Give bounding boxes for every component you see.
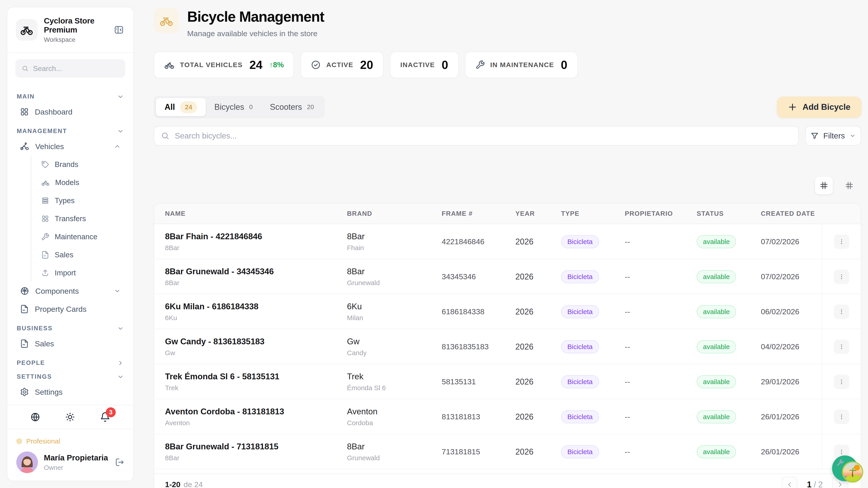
add-bicycle-button[interactable]: Add Bicycle	[777, 97, 861, 118]
vehicles-table: NAME BRAND FRAME # YEAR TYPE PROPIETARIO…	[154, 203, 861, 488]
sidebar-item-types[interactable]: Types	[41, 192, 125, 210]
vehicle-brand: Trek	[347, 372, 431, 381]
sidebar-item-maintenance[interactable]: Maintenance	[41, 228, 125, 246]
nav-section-business[interactable]: BUSINESS	[17, 325, 124, 332]
chevron-down-icon	[114, 288, 121, 294]
sidebar-item-settings[interactable]: Settings	[16, 383, 125, 401]
stat-inactive: INACTIVE 0	[390, 52, 459, 78]
sidebar-item-components[interactable]: Components	[16, 282, 125, 300]
vehicle-name: Aventon Cordoba - 813181813	[165, 407, 336, 416]
table-row[interactable]: 8Bar Fhain - 4221846846 8Bar8Bar Fhain42…	[154, 224, 861, 259]
pagination-range: 1-20	[165, 480, 180, 488]
notifications-button[interactable]: 3	[100, 412, 110, 422]
dense-view-toggle[interactable]	[840, 177, 858, 194]
bicycle-search-input[interactable]	[175, 131, 792, 140]
chevron-down-icon	[117, 373, 124, 380]
vehicle-name-sub: 8Bar	[165, 244, 336, 252]
workspace-logo	[16, 19, 37, 41]
stat-value: 0	[561, 58, 567, 72]
vehicle-frame: 34345346	[442, 272, 476, 281]
workspace-header[interactable]: Cyclora Store Premium Workspace	[7, 7, 133, 53]
vehicle-owner: --	[625, 237, 630, 246]
table-row[interactable]: Trek Émonda Sl 6 - 58135131 TrekTrek Émo…	[154, 364, 861, 399]
prev-page-button[interactable]	[782, 477, 798, 488]
table-footer: 1-20 de 24 1 / 2	[154, 474, 861, 488]
avatar	[16, 451, 38, 473]
sidebar-search[interactable]	[16, 59, 125, 78]
sidebar-item-property-cards[interactable]: Property Cards	[16, 300, 125, 318]
vehicle-frame: 58135131	[442, 377, 476, 386]
vehicle-name-sub: 6Ku	[165, 314, 336, 322]
nav-section-main[interactable]: MAIN	[17, 93, 124, 100]
created-date: 26/01/2026	[761, 447, 799, 456]
language-button[interactable]	[30, 412, 40, 422]
column-header: PROPIETARIO	[614, 210, 686, 217]
table-row[interactable]: Aventon Cordoba - 813181813 AventonAvent…	[154, 399, 861, 434]
sidebar-collapse-button[interactable]	[113, 24, 125, 36]
search-row: Filters	[154, 126, 861, 145]
nav-section-management[interactable]: MANAGEMENT	[17, 128, 124, 135]
wrench-icon	[41, 233, 49, 241]
tag-icon	[41, 160, 49, 168]
table-row[interactable]: Gw Candy - 81361835183 GwGw Candy8136183…	[154, 329, 861, 364]
sidebar-item-import[interactable]: Import	[41, 264, 125, 282]
chevron-right-icon	[836, 481, 844, 488]
logout-button[interactable]	[115, 457, 124, 467]
vehicle-owner: --	[625, 307, 630, 316]
row-actions-button[interactable]	[834, 410, 849, 424]
filters-button[interactable]: Filters	[805, 126, 861, 145]
sidebar-item-business-sales[interactable]: Sales	[16, 335, 125, 353]
row-actions-button[interactable]	[834, 339, 849, 354]
sidebar-item-vehicles[interactable]: Vehicles	[16, 137, 125, 156]
vehicle-name-sub: 8Bar	[165, 279, 336, 287]
table-row[interactable]: 8Bar Grunewald - 713181815 8Bar8Bar Grun…	[154, 434, 861, 469]
sidebar-item-sales[interactable]: Sales	[41, 246, 125, 264]
tab-scooters[interactable]: Scooters 20	[261, 98, 322, 116]
tab-all[interactable]: All 24	[156, 98, 206, 116]
user-row[interactable]: María Propietaria Owner	[16, 451, 124, 473]
vehicle-model: Cordoba	[347, 419, 431, 427]
sidebar-search-input[interactable]	[33, 64, 119, 73]
grid-icon	[845, 181, 854, 190]
status-badge: available	[697, 375, 736, 388]
row-actions-button[interactable]	[834, 375, 849, 389]
table-row[interactable]: 8Bar Grunewald - 34345346 8Bar8Bar Grune…	[154, 259, 861, 294]
vehicle-owner: --	[625, 377, 630, 386]
column-header: TYPE	[550, 210, 614, 217]
row-actions-button[interactable]	[834, 269, 849, 284]
plan-badge: Profesional	[16, 437, 124, 445]
tab-bicycles[interactable]: Bicycles 0	[206, 98, 261, 116]
vehicle-year: 2026	[515, 447, 533, 456]
column-header: CREATED DATE	[750, 210, 822, 217]
logout-icon	[115, 457, 124, 467]
nav-section-people[interactable]: PEOPLE	[17, 359, 124, 366]
vehicle-frame: 81361835183	[442, 342, 489, 351]
palm-tree-icon	[847, 466, 858, 478]
vehicle-brand: 8Bar	[347, 442, 431, 451]
table-row[interactable]: 6Ku Milan - 6186184338 6Ku6Ku Milan61861…	[154, 294, 861, 329]
type-badge: Bicicleta	[561, 340, 599, 353]
dots-vertical-icon	[838, 308, 845, 315]
row-actions-button[interactable]	[834, 304, 849, 319]
sidebar-item-dashboard[interactable]: Dashboard	[16, 103, 125, 121]
chevron-down-icon	[117, 325, 124, 332]
type-badge: Bicicleta	[561, 305, 599, 318]
sidebar-item-transfers[interactable]: Transfers	[41, 210, 125, 228]
sidebar: Cyclora Store Premium Workspace MAIN Das…	[7, 7, 134, 481]
created-date: 07/02/2026	[761, 237, 799, 246]
vehicle-name-sub: Gw	[165, 349, 336, 357]
bicycle-icon	[20, 23, 33, 36]
sidebar-nav: MAIN Dashboard MANAGEMENT Vehicles Brand…	[7, 80, 133, 405]
nav-section-settings[interactable]: SETTINGS	[17, 373, 124, 380]
sidebar-item-models[interactable]: Models	[41, 173, 125, 192]
support-fab[interactable]	[832, 455, 858, 481]
status-badge: available	[697, 305, 736, 318]
theme-button[interactable]	[65, 412, 75, 422]
type-badge: Bicicleta	[561, 235, 599, 248]
row-actions-button[interactable]	[834, 234, 849, 249]
grid-view-toggle[interactable]	[815, 177, 833, 194]
bicycle-search[interactable]	[154, 126, 799, 145]
sidebar-item-brands[interactable]: Brands	[41, 156, 125, 173]
vehicles-subtree: Brands Models Types Transfers Maintenanc…	[31, 156, 125, 282]
tabs-row: All 24 Bicycles 0 Scooters 20 Add Bicycl…	[154, 96, 861, 119]
